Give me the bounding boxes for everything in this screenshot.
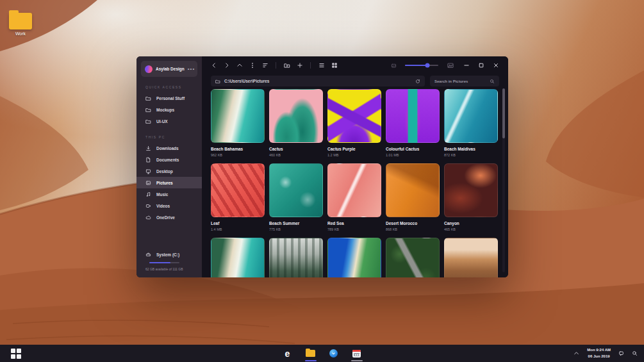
file-thumbnail[interactable]	[386, 163, 440, 217]
desktop: Work Asylab Design ••• QUICK ACCESS Pers…	[0, 0, 644, 362]
file-tile[interactable]	[327, 238, 381, 277]
file-size: 1.2 MB	[327, 153, 381, 157]
add-icon	[297, 62, 303, 69]
sidebar-item-onedrive[interactable]: OneDrive	[136, 211, 202, 223]
sidebar: Asylab Design ••• QUICK ACCESS Personal …	[136, 56, 202, 277]
active-app-indicator	[351, 360, 363, 361]
scrollbar[interactable]	[502, 88, 505, 272]
profile-card[interactable]: Asylab Design •••	[141, 61, 197, 77]
file-tile-red-sea[interactable]: Red Sea789 KB	[327, 163, 381, 231]
file-thumbnail[interactable]	[327, 238, 381, 277]
file-size: 789 KB	[327, 227, 381, 231]
file-tile-cactus[interactable]: Cactus460 KB	[269, 89, 323, 157]
thumbnail-size-slider[interactable]	[405, 65, 438, 66]
file-tile-canyon[interactable]: Canyon465 KB	[444, 163, 498, 231]
file-thumbnail[interactable]	[444, 89, 498, 143]
slider-knob[interactable]	[425, 63, 429, 68]
file-name: Leaf	[211, 221, 265, 226]
refresh-icon[interactable]	[415, 79, 420, 84]
sidebar-item-documents[interactable]: Documents	[136, 154, 202, 165]
file-tile[interactable]	[269, 238, 323, 277]
sidebar-item-pictures[interactable]: Pictures	[136, 177, 202, 188]
minimize-button[interactable]	[463, 62, 470, 69]
forward-button[interactable]	[222, 62, 231, 70]
file-tile-beach-maldivas[interactable]: Beach Maldivas872 KB	[444, 89, 498, 157]
file-name: Cactus	[269, 147, 323, 151]
sidebar-item-downloads[interactable]: Downloads	[136, 142, 202, 154]
sidebar-item-label: Videos	[156, 204, 170, 208]
drive-label: System (C:)	[156, 252, 179, 257]
file-thumbnail[interactable]	[211, 163, 265, 217]
quick-access-list: Personal StuffMockupsUI-UX	[136, 92, 202, 127]
file-tile[interactable]	[444, 238, 498, 277]
add-button[interactable]	[295, 62, 304, 70]
maximize-button[interactable]	[478, 62, 484, 69]
taskbar-app-defender[interactable]	[328, 345, 340, 362]
close-button[interactable]	[493, 62, 499, 69]
list-view-button[interactable]	[317, 62, 326, 70]
sidebar-item-music[interactable]: Music	[136, 188, 202, 200]
avatar	[145, 65, 153, 73]
search-input[interactable]	[434, 79, 486, 83]
desktop-folder-work[interactable]: Work	[6, 9, 35, 36]
file-tile-beach-bahamas[interactable]: Beach Bahamas962 KB	[211, 89, 265, 157]
taskbar-app-edge[interactable]: e	[282, 345, 293, 362]
taskbar-clock[interactable]: Mon 9:24 AM 06 Jun 2019	[587, 347, 611, 359]
forward-icon	[224, 62, 230, 69]
file-thumbnail[interactable]	[386, 89, 440, 143]
taskbar-tray: Mon 9:24 AM 06 Jun 2019	[574, 345, 638, 362]
file-thumbnail[interactable]	[327, 89, 381, 143]
file-thumbnail[interactable]	[444, 163, 498, 217]
taskbar-app-explorer-folder[interactable]	[305, 345, 317, 362]
file-name: Desert Morocco	[386, 221, 440, 226]
file-tile-colourful-cactus[interactable]: Colourful Cactus1.01 MB	[386, 89, 440, 157]
chevron-up-icon[interactable]	[574, 350, 579, 356]
file-explorer-window: Asylab Design ••• QUICK ACCESS Personal …	[136, 56, 508, 277]
file-thumbnail[interactable]	[444, 238, 498, 277]
taskbar-app-calendar[interactable]	[351, 345, 363, 362]
sidebar-item-ui-ux[interactable]: UI-UX	[136, 115, 202, 127]
sort-button[interactable]	[261, 62, 269, 70]
file-thumbnail[interactable]	[269, 163, 323, 217]
file-thumbnail[interactable]	[269, 89, 323, 143]
search-icon[interactable]	[632, 350, 638, 356]
grid-view-button[interactable]	[330, 62, 338, 70]
start-button[interactable]	[11, 349, 21, 359]
file-tile[interactable]	[386, 238, 440, 277]
system-drive[interactable]: System (C:) 62 GB available of 111 GB	[136, 250, 197, 271]
more-vertical-button[interactable]	[248, 62, 256, 70]
file-thumbnail[interactable]	[211, 238, 265, 277]
file-name: Beach Maldivas	[444, 147, 498, 151]
sidebar-item-mockups[interactable]: Mockups	[136, 104, 202, 115]
folder-icon	[215, 79, 220, 84]
download-icon	[145, 145, 151, 151]
file-thumbnail[interactable]	[327, 163, 381, 217]
sidebar-item-desktop[interactable]: Desktop	[136, 165, 202, 177]
toolbar	[202, 56, 508, 74]
file-tile-leaf[interactable]: Leaf1.4 MB	[211, 163, 265, 231]
new-folder-button[interactable]	[283, 62, 291, 70]
file-thumbnail[interactable]	[211, 89, 265, 143]
address-bar[interactable]: C:\Users\User\Pictures	[211, 76, 425, 86]
document-icon	[145, 157, 151, 163]
up-button[interactable]	[235, 62, 244, 70]
back-button[interactable]	[210, 62, 218, 70]
file-size: 962 KB	[211, 153, 265, 157]
file-tile-beach-summer[interactable]: Beach Summer775 KB	[269, 163, 323, 231]
notification-icon[interactable]	[618, 350, 624, 356]
drive-usage-bar	[149, 262, 179, 263]
sidebar-item-videos[interactable]: Videos	[136, 200, 202, 211]
file-name: Red Sea	[327, 221, 381, 226]
file-thumbnail[interactable]	[269, 238, 323, 277]
scrollbar-thumb[interactable]	[502, 88, 505, 138]
content-pane: C:\Users\User\Pictures Beach Bahamas962 …	[202, 56, 508, 277]
file-tile-desert-morocco[interactable]: Desert Morocco868 KB	[386, 163, 440, 231]
clock-time: Mon 9:24 AM	[587, 347, 611, 354]
file-thumbnail[interactable]	[386, 238, 440, 277]
more-horizontal-icon[interactable]: •••	[188, 67, 195, 71]
file-size: 1.01 MB	[386, 153, 440, 157]
toolbar-separator	[276, 62, 276, 69]
sidebar-item-personal-stuff[interactable]: Personal Stuff	[136, 92, 202, 104]
file-tile-cactus-purple[interactable]: Cactus Purple1.2 MB	[327, 89, 381, 157]
file-tile[interactable]	[211, 238, 265, 277]
